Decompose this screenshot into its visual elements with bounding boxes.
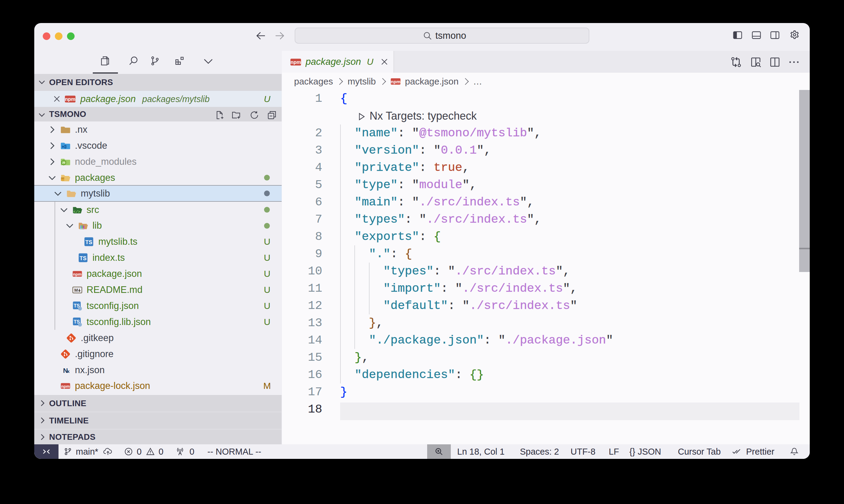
svg-text:JS: JS bbox=[62, 161, 65, 164]
svg-text:npm: npm bbox=[391, 79, 400, 84]
svg-text:TS: TS bbox=[80, 255, 86, 262]
svg-text:npm: npm bbox=[290, 59, 301, 65]
svg-text:M: M bbox=[74, 288, 77, 293]
svg-text:x: x bbox=[67, 368, 70, 374]
svg-text:npm: npm bbox=[61, 384, 70, 389]
svg-text:TS: TS bbox=[86, 239, 92, 245]
svg-text:</>: </> bbox=[73, 209, 80, 214]
svg-text:npm: npm bbox=[65, 96, 75, 102]
svg-text:npm: npm bbox=[73, 272, 82, 276]
